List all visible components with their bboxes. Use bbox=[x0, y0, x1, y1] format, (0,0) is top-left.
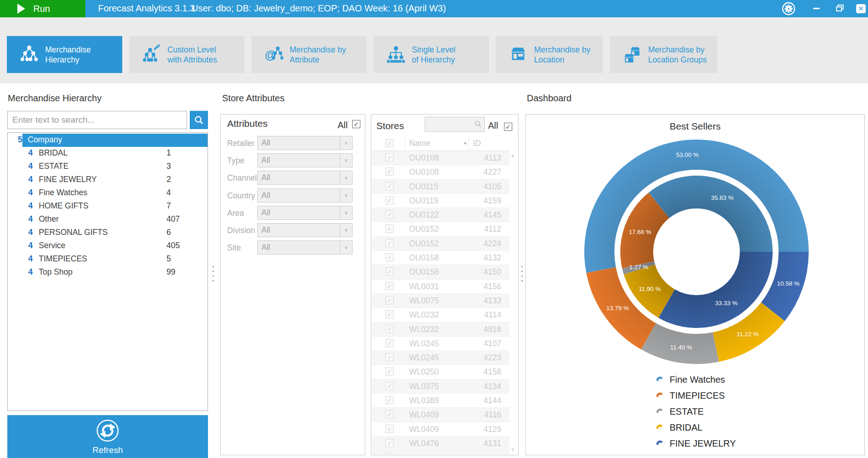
title-bar: Run Forecast Analytics 3.1.3 User: dbo; … bbox=[0, 0, 868, 17]
attributes-all-checkbox[interactable]: ✓ bbox=[352, 120, 360, 128]
tab-merchandise-hierarchy[interactable]: MerchandiseHierarchy bbox=[7, 36, 122, 73]
scroll-up-icon[interactable]: ∧ bbox=[509, 153, 516, 159]
tab-merchandise-by-attribute[interactable]: @Merchandise byAttribute bbox=[251, 36, 367, 73]
store-row[interactable]: ✓OU01524224 bbox=[372, 237, 509, 251]
store-row[interactable]: ✓WL04764131 bbox=[372, 437, 509, 451]
store-row[interactable]: ✓WL04094129 bbox=[372, 422, 509, 437]
tree-row-company[interactable]: 5Company bbox=[8, 134, 208, 147]
store-row[interactable]: ✓WL03894144 bbox=[372, 394, 509, 408]
attributes-header: Attributes bbox=[227, 118, 268, 129]
stores-table-body: ✓OU01084113✓OU01084227✓OU01194105✓OU0119… bbox=[372, 151, 509, 454]
store-row-checkbox: ✓ bbox=[385, 282, 394, 290]
single-level-icon bbox=[386, 44, 405, 65]
store-row-checkbox: ✓ bbox=[385, 196, 394, 204]
minimize-icon[interactable] bbox=[813, 8, 820, 9]
tree-row[interactable]: 4PERSONAL GIFTS6 bbox=[8, 226, 208, 239]
tree-row[interactable]: 4Fine Watches4 bbox=[8, 187, 208, 200]
refresh-button[interactable]: Refresh bbox=[7, 415, 208, 458]
store-row[interactable]: ✓WL00754133 bbox=[372, 294, 509, 308]
legend-item-fine-jewelry[interactable]: FINE JEWELRY bbox=[655, 436, 736, 452]
store-row[interactable]: ✓OU01084227 bbox=[372, 165, 509, 179]
store-row[interactable]: ✓OU01524112 bbox=[372, 222, 509, 236]
stores-all-checkbox[interactable]: ✓ bbox=[504, 123, 512, 131]
store-row[interactable]: ✓WL02454107 bbox=[372, 337, 509, 351]
chart-legend: Fine WatchesTIMEPIECESESTATEBRIDALFINE J… bbox=[655, 372, 736, 452]
store-row[interactable]: ✓WL02504158 bbox=[372, 365, 509, 379]
attribute-dropdown-site: All∨ bbox=[257, 240, 353, 255]
store-row[interactable]: ✓WL02324114 bbox=[372, 308, 509, 322]
attribute-label: Retailer bbox=[227, 139, 255, 148]
tab-merchandise-by-location[interactable]: Merchandise byLocation bbox=[496, 36, 603, 73]
stores-scrollbar[interactable]: ∧ ∨ bbox=[509, 152, 516, 453]
legend-item-bridal[interactable]: BRIDAL bbox=[655, 420, 736, 436]
store-row[interactable]: ✓OU01224145 bbox=[372, 208, 509, 222]
close-icon[interactable]: ✕ bbox=[856, 4, 866, 13]
tree-row[interactable]: 4ESTATE3 bbox=[8, 160, 208, 173]
legend-swatch-icon bbox=[655, 375, 665, 385]
dashboard-panel: Best Sellers 53.00 %13.79 %11.40 %11.22 … bbox=[525, 114, 865, 455]
store-row-checkbox: ✓ bbox=[385, 439, 394, 447]
chevron-down-icon: ∨ bbox=[340, 241, 352, 254]
store-row[interactable]: ✓WL02454223 bbox=[372, 351, 509, 365]
scroll-down-icon[interactable]: ∨ bbox=[509, 446, 516, 452]
session-info: User: dbo; DB: Jewelry_demo; EOP; DAO We… bbox=[192, 3, 446, 14]
legend-item-estate[interactable]: ESTATE bbox=[655, 404, 736, 420]
store-row[interactable]: ✓WL00314156 bbox=[372, 280, 509, 294]
splitter-handle[interactable] bbox=[520, 266, 523, 281]
hierarchy-icon bbox=[20, 44, 39, 65]
stores-all-label: All bbox=[488, 120, 498, 130]
sort-asc-icon[interactable]: ▲ bbox=[463, 140, 468, 145]
stores-column-name[interactable]: Name bbox=[409, 139, 431, 148]
store-row-checkbox: ✓ bbox=[385, 167, 394, 176]
donut-label: 11.40 % bbox=[670, 344, 692, 351]
search-button[interactable] bbox=[190, 111, 208, 129]
legend-item-fine-watches[interactable]: Fine Watches bbox=[655, 372, 736, 388]
store-row-checkbox: ✓ bbox=[385, 267, 394, 276]
chevron-down-icon: ∨ bbox=[340, 171, 352, 184]
store-row[interactable]: ✓WL04094116 bbox=[372, 408, 509, 422]
store-row[interactable]: ✓OU01194159 bbox=[372, 194, 509, 208]
attribute-label: Country bbox=[227, 191, 255, 201]
tree-row[interactable]: 4Service405 bbox=[8, 239, 208, 253]
store-row-checkbox: ✓ bbox=[385, 367, 394, 375]
attribute-dropdown-retailer: All∨ bbox=[257, 136, 353, 150]
stores-header-checkbox[interactable]: ✓ bbox=[385, 139, 394, 147]
refresh-button-label: Refresh bbox=[10, 445, 205, 455]
search-input[interactable] bbox=[7, 111, 187, 129]
legend-swatch-icon bbox=[655, 439, 665, 449]
location-groups-icon bbox=[623, 44, 642, 65]
tree-row[interactable]: 4Top Shop99 bbox=[8, 266, 208, 279]
tree-row[interactable]: 4TIMEPIECES5 bbox=[8, 253, 208, 266]
store-row[interactable]: ✓OU01194105 bbox=[372, 180, 509, 194]
tab-single-level-of-hierarchy[interactable]: Single Levelof Hierarchy bbox=[374, 36, 489, 73]
store-row-checkbox: ✓ bbox=[385, 353, 394, 361]
store-row-partial: ✓ bbox=[372, 451, 509, 454]
tab-bar: MerchandiseHierarchyCustom Levelwith Att… bbox=[0, 17, 868, 83]
tree-row[interactable]: 4Other407 bbox=[8, 213, 208, 226]
store-row-checkbox: ✓ bbox=[385, 182, 394, 190]
donut-label: 11.22 % bbox=[737, 331, 759, 338]
legend-item-timepieces[interactable]: TIMEPIECES bbox=[655, 388, 736, 404]
tree-row[interactable]: 4HOME GIFTS7 bbox=[8, 200, 208, 213]
attribute-dropdown-division: All∨ bbox=[257, 223, 353, 237]
store-row[interactable]: ✓OU01584150 bbox=[372, 265, 509, 279]
restore-icon[interactable] bbox=[836, 5, 844, 12]
app-window: Run Forecast Analytics 3.1.3 User: dbo; … bbox=[0, 0, 868, 458]
store-row[interactable]: ✓WL02324918 bbox=[372, 323, 509, 337]
tree-row[interactable]: 4BRIDAL1 bbox=[8, 147, 208, 160]
custom-level-icon bbox=[142, 44, 161, 65]
attribute-label: Area bbox=[227, 208, 244, 218]
store-row[interactable]: ✓OU01584132 bbox=[372, 251, 509, 265]
splitter-handle[interactable] bbox=[212, 266, 214, 281]
run-button[interactable]: Run bbox=[0, 0, 85, 17]
tab-merchandise-by-location-groups[interactable]: Merchandise byLocation Groups bbox=[610, 36, 717, 73]
stores-search-icon bbox=[474, 120, 482, 128]
tab-custom-level-with-attributes[interactable]: Custom Levelwith Attributes bbox=[129, 36, 244, 73]
stores-column-id[interactable]: ID bbox=[473, 139, 481, 148]
store-row[interactable]: ✓OU01084113 bbox=[372, 151, 509, 165]
store-row[interactable]: ✓WL03754134 bbox=[372, 380, 509, 394]
tree-row[interactable]: 4FINE JEWELRY2 bbox=[8, 173, 208, 187]
settings-icon[interactable] bbox=[779, 2, 798, 16]
store-row-checkbox: ✓ bbox=[385, 224, 394, 233]
donut-slice-estate-outer[interactable] bbox=[641, 323, 719, 364]
